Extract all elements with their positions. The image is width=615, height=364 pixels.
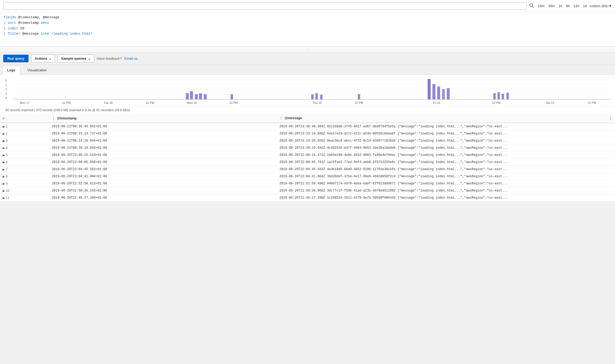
row-message: 2019-06-20T22:04:45.563Z 4e3b1945-66d9-4… — [277, 166, 615, 173]
row-num-cell: ▶2 — [0, 130, 49, 137]
time-custom-dropdown[interactable]: custom (6d) ▼ — [589, 4, 612, 8]
x-label-12pm-3: 12 PM — [230, 101, 238, 104]
row-timestamp: 2019-06-21T00:20:19.693+01:00 — [49, 144, 277, 152]
svg-rect-24 — [506, 93, 509, 99]
search-button[interactable] — [529, 3, 534, 9]
sample-queries-button[interactable]: Sample queries ⌄ — [58, 55, 94, 62]
query-line-3: | limit 20 — [4, 26, 611, 31]
svg-rect-21 — [493, 93, 496, 99]
time-6h[interactable]: 6h — [565, 3, 571, 8]
table-row[interactable]: ▶22019-06-21T00:33:14.737+01:002019-06-2… — [0, 130, 615, 137]
svg-rect-18 — [437, 87, 440, 99]
svg-rect-15 — [358, 94, 360, 99]
table-row[interactable]: ▶112019-06-20T22:46:27.366+01:002019-06-… — [0, 194, 615, 202]
expand-arrow[interactable]: ▶ — [3, 146, 5, 150]
expand-arrow[interactable]: ▶ — [3, 189, 5, 192]
expand-arrow[interactable]: ▶ — [3, 182, 5, 185]
chart-bars — [13, 79, 610, 100]
table-row[interactable]: ▶62019-06-20T23:08:05.850+01:002019-06-2… — [0, 159, 615, 166]
time-1h[interactable]: 1h — [557, 3, 563, 8]
query-line-4: | filter @message like /loading index.ht… — [4, 31, 611, 37]
expand-arrow[interactable]: ▶ — [3, 132, 5, 135]
email-link[interactable]: Email us. — [124, 57, 138, 60]
row-message: 2019-06-20T21:52:50.496Z 040d7174-e978-4… — [277, 180, 615, 187]
row-message: 2019-06-20T23:24:20.025Z 0eac3bc8-abcc-4… — [277, 137, 615, 144]
expand-arrow[interactable]: ▶ — [3, 153, 5, 157]
actions-button[interactable]: Actions ⌄ — [31, 55, 55, 62]
x-label-12pm-2: 12 PM — [146, 101, 154, 104]
expand-arrow[interactable]: ▶ — [3, 161, 5, 164]
table-row[interactable]: ▶12019-06-21T00:36:48.861+01:002019-06-2… — [0, 123, 615, 130]
run-query-button[interactable]: Run query — [3, 55, 29, 62]
row-timestamp: 2019-06-20T23:04:45.563+01:00 — [49, 166, 277, 173]
table-row[interactable]: ▶102019-06-20T22:50:36.143+01:002019-06-… — [0, 187, 615, 194]
svg-rect-17 — [432, 84, 435, 99]
tab-logs[interactable]: Logs — [2, 66, 20, 75]
expand-arrow[interactable]: ▶ — [3, 196, 5, 199]
table-header: # ⋮ @timestamp ⋮ @message ⋮ — [0, 114, 615, 123]
table-row[interactable]: ▶82019-06-20T23:04:41.004+01:002019-06-2… — [0, 173, 615, 180]
row-num-cell: ▶9 — [0, 180, 49, 187]
row-number: 8 — [6, 175, 8, 178]
x-label-fri21: Fri 21 — [433, 101, 440, 104]
row-num-cell: ▶11 — [0, 194, 49, 202]
tab-visualization[interactable]: Visualization — [22, 66, 52, 74]
feedback-text: Have feedback? — [97, 57, 122, 60]
table-row[interactable]: ▶72019-06-20T23:04:45.563+01:002019-06-2… — [0, 166, 615, 173]
main-content: 4 3 2 1 0 — [0, 75, 615, 202]
row-message: 2019-06-20T23:36:48.804Z 02c2d8db-3745-4… — [277, 123, 615, 130]
log-group-input[interactable]: /aws/lambda/production-ready-serverless-… — [3, 2, 527, 10]
action-bar: Run query Actions ⌄ Sample queries ⌄ Hav… — [0, 53, 615, 65]
query-line-2: | sort @timestamp desc — [4, 20, 611, 26]
row-num-cell: ▶3 — [0, 137, 49, 144]
tabs-bar: Logs Visualization — [0, 65, 615, 75]
expand-arrow[interactable]: ▶ — [3, 168, 5, 171]
svg-rect-11 — [231, 94, 233, 99]
row-number: 10 — [6, 189, 9, 193]
table-row[interactable]: ▶92019-06-20T22:52:50.613+01:002019-06-2… — [0, 180, 615, 187]
svg-rect-13 — [315, 93, 318, 99]
top-bar: /aws/lambda/production-ready-serverless-… — [0, 0, 615, 12]
row-number: 5 — [6, 153, 8, 157]
row-timestamp: 2019-06-21T00:36:48.861+01:00 — [49, 123, 277, 130]
chart-y-labels: 4 3 2 1 0 — [5, 79, 11, 100]
expand-arrow[interactable]: ▶ — [3, 139, 5, 142]
query-editor[interactable]: fields @timestamp, @message | sort @time… — [0, 12, 615, 46]
x-label-12pm-1: 12 PM — [62, 101, 71, 104]
svg-rect-10 — [204, 94, 207, 99]
time-30m[interactable]: 30m — [547, 3, 556, 8]
row-number: 6 — [6, 160, 8, 164]
time-1d[interactable]: 1d — [582, 3, 588, 8]
x-label-wed19: Wed 19 — [187, 101, 197, 104]
x-label-mon17: Mon 17 — [20, 101, 30, 104]
svg-rect-6 — [186, 93, 189, 99]
chart-svg — [13, 79, 610, 99]
col-options-icon[interactable]: ⋮ — [609, 116, 612, 120]
expand-arrow[interactable]: ▶ — [3, 175, 5, 178]
svg-point-0 — [530, 3, 533, 6]
time-15m[interactable]: 15m — [537, 3, 545, 8]
table-body: ▶12019-06-21T00:36:48.861+01:002019-06-2… — [0, 123, 615, 202]
row-num-cell: ▶5 — [0, 152, 49, 159]
row-num-cell: ▶8 — [0, 173, 49, 180]
table-row[interactable]: ▶42019-06-21T00:20:19.693+01:002019-06-2… — [0, 144, 615, 152]
expand-arrow[interactable]: ▶ — [3, 125, 5, 128]
row-timestamp: 2019-06-20T22:46:27.366+01:00 — [49, 194, 277, 202]
svg-rect-23 — [502, 94, 504, 99]
svg-rect-22 — [497, 92, 500, 99]
table-row[interactable]: ▶32019-06-21T00:24:20.044+01:002019-06-2… — [0, 137, 615, 144]
row-message: 2019-06-20T23:33:14.680Z 64a17a19-d17c-4… — [277, 130, 615, 137]
stats-line: 30 records matched | 370 records (209.0 … — [0, 107, 615, 114]
row-num-cell: ▶1 — [0, 123, 49, 130]
x-label-thu20: Thu 20 — [313, 101, 322, 104]
time-12h[interactable]: 12h — [572, 3, 580, 8]
row-number: 7 — [6, 167, 8, 171]
time-options: 15m 30m 1h 6h 12h 1d custom (6d) ▼ — [537, 3, 612, 8]
col-header-timestamp[interactable]: ⋮ @timestamp — [49, 114, 277, 123]
row-message: 2019-06-20T23:20:19.692Z dc482536-b47f-4… — [277, 144, 615, 152]
x-label-tue18: Tue 18 — [104, 101, 113, 104]
col-header-message[interactable]: ⋮ @message ⋮ — [277, 114, 615, 123]
x-label-12pm-6: 12 PM — [588, 101, 596, 104]
table-row[interactable]: ▶52019-06-20T23:08:15.510+01:002019-06-2… — [0, 152, 615, 159]
row-message: 2019-06-20T22:08:05.791Z 1a21fab2-77ed-4… — [277, 159, 615, 166]
